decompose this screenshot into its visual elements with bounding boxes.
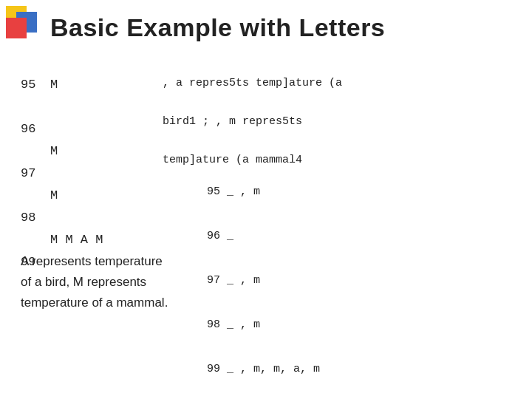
line-num-96: 96 — [21, 118, 35, 140]
line-numbers: 95 96 97 98 99 — [21, 74, 35, 273]
code-block-top: , a repres5ts temp]ature (a bird1 ; , m … — [163, 74, 342, 170]
code-bottom-line-5: 99 _ , m, m, a, m — [207, 358, 320, 381]
code-top-line-1: , a repres5ts temp]ature (a — [163, 74, 342, 93]
m-values: M M M M M A M — [50, 74, 103, 251]
m-val-95: M — [50, 74, 103, 96]
code-top-line-3: temp]ature (a mammal4 — [163, 151, 342, 170]
code-bottom-line-3: 97 _ , m — [207, 270, 320, 292]
code-block-bottom: 95 _ , m 96 _ 97 _ , m 98 _ , m 99 _ , m… — [207, 181, 320, 381]
m-val-98: M — [50, 185, 103, 207]
line-num-98: 98 — [21, 207, 35, 229]
m-val-99: M M A M — [50, 229, 103, 251]
red-square — [6, 18, 27, 38]
page-title: Basic Example with Letters — [50, 13, 385, 42]
code-top-line-2: bird1 ; , m repres5ts — [163, 112, 342, 132]
code-bottom-line-4: 98 _ , m — [207, 314, 320, 336]
code-bottom-line-2: 96 _ — [207, 225, 320, 248]
line-num-97: 97 — [21, 163, 35, 185]
code-bottom-line-1: 95 _ , m — [207, 181, 320, 203]
decorative-squares — [6, 6, 41, 50]
line-num-95: 95 — [21, 74, 35, 96]
m-val-97: M — [50, 140, 103, 163]
description-text: A represents temperature of a bird, M re… — [21, 251, 168, 313]
